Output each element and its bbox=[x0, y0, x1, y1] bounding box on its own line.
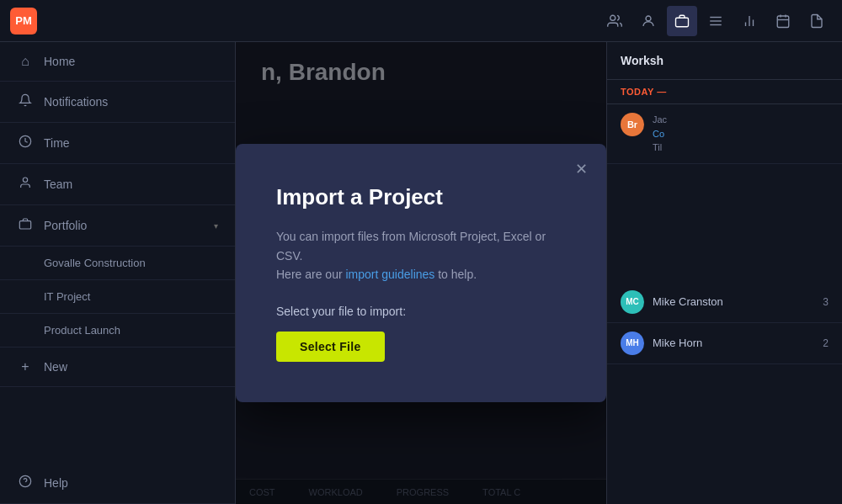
sidebar-item-notifications[interactable]: Notifications bbox=[0, 82, 235, 123]
sidebar-item-help[interactable]: Help bbox=[0, 463, 235, 504]
user-count-mh: 2 bbox=[823, 337, 829, 349]
top-nav: PM bbox=[0, 0, 842, 42]
sidebar-subitem-product-launch-label: Product Launch bbox=[44, 324, 120, 337]
sidebar-item-new[interactable]: + New bbox=[0, 347, 235, 387]
plus-icon: + bbox=[17, 359, 34, 374]
home-icon: ⌂ bbox=[17, 54, 34, 69]
sidebar-item-team-label: Team bbox=[44, 178, 72, 191]
svg-rect-16 bbox=[19, 221, 30, 229]
modal-close-button[interactable]: ✕ bbox=[569, 157, 593, 181]
main-layout: ⌂ Home Notifications Time Team Portfol bbox=[0, 42, 842, 504]
chart-icon[interactable] bbox=[734, 6, 765, 36]
user-icon bbox=[17, 176, 34, 193]
sidebar-item-team[interactable]: Team bbox=[0, 164, 235, 205]
sidebar-subitem-govalle-label: Govalle Construction bbox=[44, 257, 146, 269]
sidebar-item-new-label: New bbox=[44, 360, 67, 374]
clock-icon bbox=[17, 135, 34, 151]
import-guidelines-link[interactable]: import guidelines bbox=[345, 268, 434, 281]
sidebar-item-notifications-label: Notifications bbox=[44, 95, 108, 109]
list-icon[interactable] bbox=[701, 6, 731, 36]
sidebar-subitem-it[interactable]: IT Project bbox=[0, 280, 235, 314]
svg-point-1 bbox=[646, 16, 651, 21]
people-icon[interactable] bbox=[600, 6, 630, 36]
activity-item: Br Jac Co Til bbox=[607, 104, 842, 164]
svg-point-0 bbox=[610, 15, 616, 20]
calendar-icon[interactable] bbox=[768, 6, 798, 36]
modal-title: Import a Project bbox=[276, 184, 566, 210]
sidebar-item-time[interactable]: Time bbox=[0, 123, 235, 164]
sidebar-item-portfolio[interactable]: Portfolio ▾ bbox=[0, 205, 235, 247]
svg-point-17 bbox=[19, 475, 30, 486]
help-icon bbox=[17, 475, 34, 491]
briefcase-icon[interactable] bbox=[667, 6, 697, 36]
top-nav-icons bbox=[600, 6, 832, 36]
sidebar-subitem-product-launch[interactable]: Product Launch bbox=[0, 314, 235, 347]
chevron-down-icon: ▾ bbox=[214, 221, 218, 231]
team-icon[interactable] bbox=[633, 6, 663, 36]
import-modal: ✕ Import a Project You can import files … bbox=[236, 144, 606, 401]
right-panel: Worksh TODAY — Br Jac Co Til MC Mike Cra… bbox=[606, 42, 842, 504]
close-icon: ✕ bbox=[575, 160, 588, 178]
avatar: Br bbox=[621, 113, 644, 136]
modal-description: You can import files from Microsoft Proj… bbox=[276, 227, 566, 284]
sidebar-subitem-it-label: IT Project bbox=[44, 290, 90, 303]
content-area: n, Brandon COST WORKLOAD PROGRESS TOTAL … bbox=[236, 42, 606, 504]
user-row-mike-cranston: MC Mike Cranston 3 bbox=[607, 282, 842, 323]
user-row-mike-horn: MH Mike Horn 2 bbox=[607, 323, 842, 364]
sidebar-item-time-label: Time bbox=[44, 136, 70, 150]
modal-desc-after: to help. bbox=[434, 268, 477, 281]
bell-icon bbox=[17, 93, 34, 110]
user-count-mc: 3 bbox=[823, 296, 829, 308]
app-logo[interactable]: PM bbox=[10, 8, 37, 34]
svg-rect-10 bbox=[777, 16, 789, 28]
svg-point-15 bbox=[23, 178, 27, 182]
sidebar-item-home[interactable]: ⌂ Home bbox=[0, 42, 235, 82]
modal-overlay: ✕ Import a Project You can import files … bbox=[236, 42, 606, 504]
file-icon[interactable] bbox=[802, 6, 832, 36]
today-label: TODAY — bbox=[607, 80, 842, 104]
sidebar-item-home-label: Home bbox=[44, 55, 75, 68]
modal-file-label: Select your file to import: bbox=[276, 305, 566, 318]
portfolio-icon bbox=[17, 217, 34, 234]
sidebar-item-portfolio-label: Portfolio bbox=[44, 219, 87, 232]
sidebar-subitem-govalle[interactable]: Govalle Construction bbox=[0, 247, 235, 280]
select-file-button[interactable]: Select File bbox=[276, 332, 385, 362]
sidebar-item-help-label: Help bbox=[44, 476, 68, 490]
svg-rect-2 bbox=[676, 18, 689, 27]
right-panel-header: Worksh bbox=[607, 42, 842, 80]
sidebar: ⌂ Home Notifications Time Team Portfol bbox=[0, 42, 236, 504]
right-panel-title: Worksh bbox=[621, 54, 663, 67]
activity-text: Jac Co Til bbox=[653, 113, 667, 155]
user-name-mike-horn: Mike Horn bbox=[653, 337, 814, 349]
user-name-mike-cranston: Mike Cranston bbox=[653, 295, 814, 308]
avatar-mc: MC bbox=[621, 290, 644, 314]
avatar-mh: MH bbox=[621, 332, 644, 355]
